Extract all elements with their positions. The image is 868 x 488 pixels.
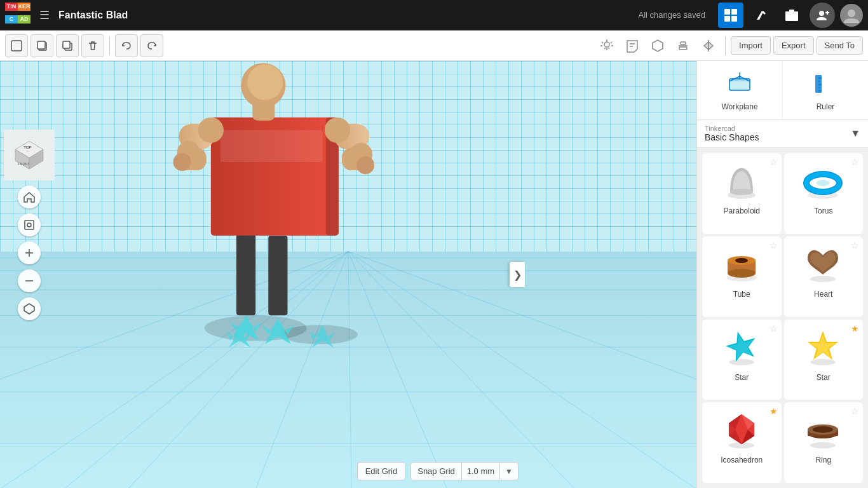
- export-button[interactable]: Export: [773, 36, 814, 55]
- svg-text:FRONT: FRONT: [18, 162, 31, 166]
- light-tool-button[interactable]: [595, 34, 618, 57]
- svg-rect-58: [236, 233, 255, 316]
- svg-rect-20: [681, 42, 686, 44]
- shape-label-ring: Ring: [815, 456, 831, 464]
- svg-point-76: [247, 64, 283, 100]
- logo-c: C: [5, 15, 18, 24]
- shape-item-ring[interactable]: ☆ Ring: [784, 402, 864, 483]
- mirror-tool-button[interactable]: [697, 34, 720, 57]
- svg-point-79: [325, 118, 350, 143]
- shape-label-tube: Tube: [733, 290, 750, 299]
- svg-point-124: [813, 426, 833, 433]
- avatar[interactable]: [840, 4, 863, 27]
- svg-rect-3: [731, 16, 737, 22]
- shape-item-star-yellow[interactable]: ★ Star: [784, 320, 864, 400]
- save-status: All changes saved: [638, 10, 705, 20]
- svg-point-89: [730, 189, 753, 195]
- 3d-scene: [0, 61, 696, 488]
- svg-marker-18: [653, 40, 663, 51]
- grid-view-button[interactable]: [718, 3, 743, 28]
- shape-label-star-teal: Star: [735, 373, 749, 382]
- shape-lib-dropdown-button[interactable]: ▼: [850, 128, 860, 139]
- shape-star-paraboloid[interactable]: ☆: [770, 157, 778, 167]
- shape-item-star-teal[interactable]: ☆ Star: [702, 320, 782, 400]
- snap-grid-value[interactable]: 1.0 mm: [461, 463, 499, 480]
- snap-grid-controls: Snap Grid 1.0 mm ▼: [410, 462, 519, 480]
- delete-button[interactable]: [81, 34, 104, 57]
- hex-tool-button[interactable]: [646, 34, 669, 57]
- shape-item-torus[interactable]: ☆ Torus: [784, 153, 864, 234]
- svg-marker-23: [704, 42, 709, 50]
- svg-rect-37: [0, 252, 696, 488]
- shape-star-star-teal[interactable]: ☆: [770, 323, 778, 334]
- svg-rect-2: [724, 16, 730, 22]
- note-tool-button[interactable]: [621, 34, 644, 57]
- copy-button[interactable]: [31, 34, 53, 57]
- edit-grid-button[interactable]: Edit Grid: [357, 462, 406, 480]
- zoom-out-button[interactable]: [18, 269, 41, 292]
- shape-icon-tube: [719, 241, 764, 286]
- hamburger-menu-button[interactable]: ☰: [36, 6, 53, 25]
- new-button[interactable]: [5, 34, 28, 57]
- send-to-button[interactable]: Send To: [817, 36, 863, 55]
- ruler-button[interactable]: Ruler: [783, 61, 868, 119]
- import-button[interactable]: Import: [731, 36, 771, 55]
- svg-point-15: [604, 42, 609, 47]
- svg-rect-12: [37, 41, 45, 49]
- duplicate-button[interactable]: [56, 34, 79, 57]
- shape-icon-heart: [801, 241, 846, 286]
- svg-rect-1: [731, 9, 737, 15]
- shape-label-torus: Torus: [814, 207, 832, 215]
- shape-star-heart[interactable]: ☆: [851, 240, 859, 250]
- fit-view-button[interactable]: [18, 214, 41, 236]
- add-user-button[interactable]: [810, 3, 835, 28]
- undo-button[interactable]: [115, 34, 138, 57]
- workplane-icon: [727, 69, 752, 98]
- collapse-panel-button[interactable]: ❯: [510, 262, 525, 287]
- ruler-icon: [813, 69, 838, 98]
- left-panel: TOP FRONT: [0, 122, 58, 328]
- zoom-in-button[interactable]: [18, 241, 41, 264]
- align-tool-button[interactable]: [672, 34, 695, 57]
- shape-star-tube[interactable]: ☆: [770, 240, 778, 250]
- shape-item-heart[interactable]: ☆ Heart: [784, 236, 864, 317]
- shape-icon-ring: [801, 407, 846, 452]
- shape-item-icosahedron[interactable]: ★: [702, 402, 782, 483]
- shape-icon-torus: [801, 158, 846, 203]
- home-view-button[interactable]: [18, 186, 41, 208]
- svg-rect-77: [220, 130, 323, 162]
- shape-lib-provider: Tinkercad: [705, 125, 759, 132]
- svg-point-9: [848, 10, 855, 17]
- svg-point-98: [735, 258, 748, 263]
- redo-button[interactable]: [140, 34, 163, 57]
- svg-rect-31: [25, 220, 34, 229]
- shape-grid: ☆ Paraboloid ☆: [697, 148, 868, 488]
- shape-label-heart: Heart: [814, 290, 832, 299]
- shape-star-icosahedron[interactable]: ★: [770, 406, 778, 416]
- toolbar-separator: [109, 36, 110, 55]
- projects-button[interactable]: [779, 3, 804, 28]
- canvas-area[interactable]: TOP FRONT: [0, 61, 696, 488]
- svg-text:TOP: TOP: [24, 145, 31, 149]
- svg-point-93: [817, 180, 829, 186]
- workplane-button[interactable]: Workplane: [697, 61, 783, 119]
- tinker-button[interactable]: [749, 3, 774, 28]
- perspective-button[interactable]: [18, 297, 41, 320]
- top-bar: TIN KER C AD ☰ Fantastic Blad All change…: [0, 0, 868, 30]
- svg-point-78: [198, 118, 224, 143]
- logo-tin: TIN: [5, 3, 18, 11]
- svg-marker-102: [726, 331, 757, 360]
- project-title[interactable]: Fantastic Blad: [58, 10, 633, 21]
- svg-point-73: [356, 156, 374, 174]
- shape-lib-name: Basic Shapes: [705, 132, 759, 142]
- snap-grid-dropdown-button[interactable]: ▼: [499, 463, 518, 480]
- shape-item-tube[interactable]: ☆ Tube: [702, 236, 782, 317]
- shape-library-header: Tinkercad Basic Shapes ▼: [697, 119, 868, 148]
- shape-star-ring[interactable]: ☆: [851, 406, 859, 416]
- shape-star-torus[interactable]: ☆: [851, 157, 859, 167]
- view-cube[interactable]: TOP FRONT: [4, 130, 55, 180]
- shape-star-star-yellow[interactable]: ★: [851, 323, 859, 334]
- ruler-label: Ruler: [817, 102, 835, 111]
- logo[interactable]: TIN KER C AD: [5, 3, 31, 28]
- shape-item-paraboloid[interactable]: ☆ Paraboloid: [702, 153, 782, 234]
